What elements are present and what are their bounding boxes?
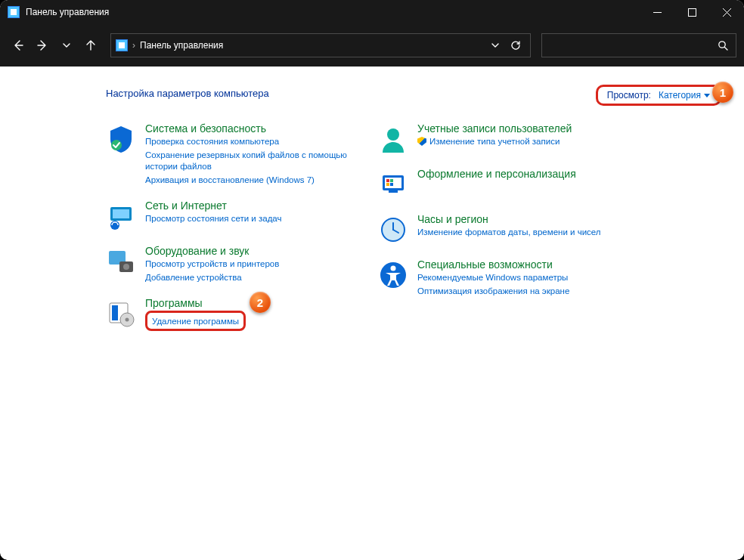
toolbar: › Панель управления <box>0 24 744 67</box>
right-column: Учетные записи пользователей Изменение т… <box>378 122 635 331</box>
category-link[interactable]: Просмотр устройств и принтеров <box>145 258 279 271</box>
category-link[interactable]: Изменение форматов даты, времени и чисел <box>417 227 601 239</box>
view-by-selector[interactable]: Просмотр: Категория <box>596 85 721 106</box>
close-icon <box>723 8 731 17</box>
category-link[interactable]: Рекомендуемые Windows параметры <box>417 272 569 284</box>
category-appearance: Оформление и персонализация <box>378 168 635 200</box>
svg-rect-1 <box>688 8 696 16</box>
svg-rect-20 <box>386 179 389 182</box>
forward-button[interactable] <box>32 33 53 57</box>
category-network: Сеть и Интернет Просмотр состояния сети … <box>106 200 363 231</box>
uninstall-program-link[interactable]: Удаление программы <box>152 317 239 326</box>
view-by-value[interactable]: Категория <box>659 90 710 101</box>
content-area: Настройка параметров компьютера Просмотр… <box>0 67 744 560</box>
svg-rect-22 <box>386 183 389 186</box>
control-panel-window: Панель управления › Панель управления <box>0 0 744 560</box>
category-link[interactable]: Проверка состояния компьютера <box>145 136 363 148</box>
category-title[interactable]: Программы <box>145 297 246 309</box>
shield-icon <box>106 124 136 154</box>
svg-rect-14 <box>112 305 118 320</box>
category-title[interactable]: Учетные записи пользователей <box>417 122 572 135</box>
view-by-value-text: Категория <box>659 90 701 101</box>
clock-icon <box>378 215 408 245</box>
search-input[interactable] <box>550 40 718 51</box>
appearance-icon <box>378 169 408 200</box>
close-button[interactable] <box>709 0 744 24</box>
svg-point-12 <box>123 264 129 270</box>
category-grid: Система и безопасность Проверка состояни… <box>106 122 721 331</box>
category-link[interactable]: Архивация и восстановление (Windows 7) <box>145 175 363 187</box>
svg-rect-8 <box>113 209 129 218</box>
arrow-right-icon <box>36 39 48 51</box>
up-button[interactable] <box>80 33 101 57</box>
svg-rect-23 <box>390 183 393 186</box>
svg-point-16 <box>126 318 129 322</box>
app-icon <box>8 6 20 18</box>
category-title[interactable]: Система и безопасность <box>145 122 363 135</box>
chevron-down-icon[interactable] <box>491 41 500 50</box>
category-link[interactable]: Изменение типа учетной записи <box>417 136 572 148</box>
category-link[interactable]: Просмотр состояния сети и задач <box>145 213 281 225</box>
left-column: Система и безопасность Проверка состояни… <box>106 122 363 331</box>
svg-rect-21 <box>390 179 393 182</box>
address-text: Панель управления <box>140 40 486 51</box>
refresh-icon[interactable] <box>510 40 521 51</box>
category-title[interactable]: Сеть и Интернет <box>145 200 281 212</box>
search-icon[interactable] <box>718 40 728 51</box>
chevron-down-icon <box>62 41 71 50</box>
category-title[interactable]: Оформление и персонализация <box>417 168 576 180</box>
hardware-icon <box>106 246 136 277</box>
category-ease-of-access: Специальные возможности Рекомендуемые Wi… <box>378 258 635 297</box>
address-bar[interactable]: › Панель управления <box>110 33 531 57</box>
maximize-icon <box>688 8 696 17</box>
arrow-up-icon <box>85 39 97 51</box>
category-title[interactable]: Часы и регион <box>417 213 601 225</box>
back-button[interactable] <box>8 33 29 57</box>
chevron-right-icon[interactable]: › <box>132 40 135 51</box>
recent-dropdown-button[interactable] <box>56 33 77 57</box>
page-title: Настройка параметров компьютера <box>106 85 269 99</box>
category-link[interactable]: Сохранение резервных копий файлов с помо… <box>145 150 363 173</box>
annotation-badge-2: 2 <box>250 292 271 313</box>
network-icon <box>106 201 136 231</box>
category-title[interactable]: Специальные возможности <box>417 258 569 271</box>
svg-rect-24 <box>389 190 398 193</box>
category-system-security: Система и безопасность Проверка состояни… <box>106 122 363 186</box>
titlebar: Панель управления <box>0 0 744 24</box>
category-link[interactable]: Оптимизация изображения на экране <box>417 286 569 298</box>
user-icon <box>378 124 408 154</box>
category-user-accounts: Учетные записи пользователей Изменение т… <box>378 122 635 154</box>
category-clock-region: Часы и регион Изменение форматов даты, в… <box>378 213 635 245</box>
category-title[interactable]: Оборудование и звук <box>145 245 279 257</box>
window-title: Панель управления <box>26 7 109 17</box>
view-by-label: Просмотр: <box>607 90 651 101</box>
address-icon <box>116 39 128 51</box>
category-programs: Программы Удаление программы <box>106 297 363 331</box>
arrow-left-icon <box>12 39 24 51</box>
minimize-icon <box>653 8 662 17</box>
minimize-button[interactable] <box>640 0 674 24</box>
category-hardware: Оборудование и звук Просмотр устройств и… <box>106 245 363 283</box>
svg-point-29 <box>391 266 396 271</box>
programs-icon <box>106 299 136 329</box>
highlight-uninstall: Удаление программы <box>145 311 246 331</box>
annotation-badge-1: 1 <box>712 82 733 103</box>
accessibility-icon <box>378 260 408 290</box>
search-bar[interactable] <box>541 33 736 57</box>
svg-line-5 <box>724 47 727 50</box>
maximize-button[interactable] <box>674 0 709 24</box>
category-link[interactable]: Добавление устройства <box>145 272 279 284</box>
svg-point-17 <box>387 128 399 141</box>
caret-down-icon <box>704 94 710 97</box>
